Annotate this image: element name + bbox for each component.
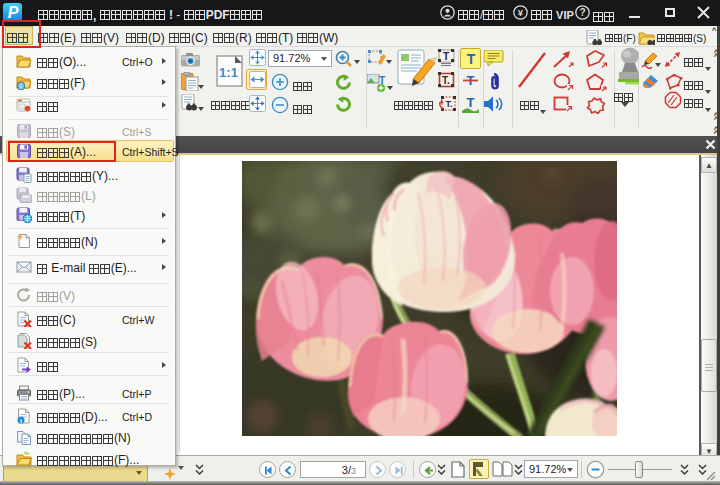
svg-text:i: i <box>20 417 22 424</box>
svg-text:1:1: 1:1 <box>219 65 238 80</box>
svg-text:¥: ¥ <box>518 7 524 18</box>
svg-text:P: P <box>8 4 19 21</box>
svg-text:T: T <box>467 51 476 67</box>
svg-text:T: T <box>443 51 449 62</box>
svg-text:T.: T. <box>442 75 450 86</box>
svg-text:?: ? <box>579 7 585 18</box>
svg-text:T: T <box>467 95 475 110</box>
svg-text:T.: T. <box>445 99 452 109</box>
